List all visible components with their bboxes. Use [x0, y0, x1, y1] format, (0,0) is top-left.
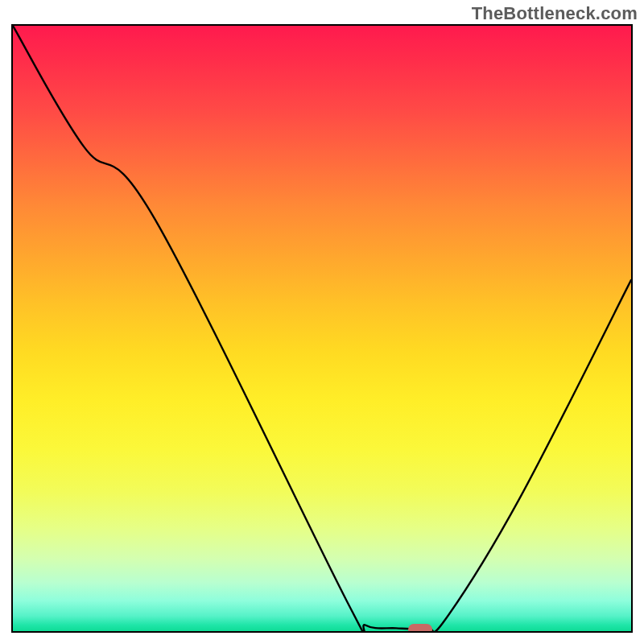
- chart-container: TheBottleneck.com: [0, 0, 644, 644]
- plot-area: [11, 24, 633, 633]
- watermark-text: TheBottleneck.com: [472, 3, 638, 24]
- bottleneck-curve: [13, 26, 631, 631]
- optimum-marker: [408, 624, 432, 633]
